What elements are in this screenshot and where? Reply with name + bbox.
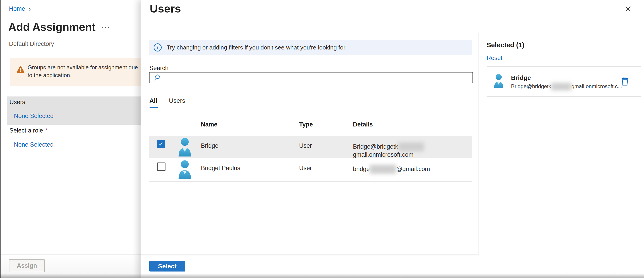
redacted-blur: [370, 165, 396, 174]
panel-footer: [140, 254, 478, 278]
reset-link[interactable]: Reset: [486, 55, 502, 62]
user-avatar-icon: [178, 137, 192, 157]
tab-all[interactable]: All: [149, 97, 158, 104]
table-row[interactable]: ✓ Bridge User Bridge@bridgetkgmail.onmic…: [149, 136, 472, 158]
breadcrumb: Home ›: [9, 5, 31, 12]
nav-role-label-text: Select a role: [10, 127, 43, 134]
email-suffix: @gmail.com: [396, 166, 430, 172]
nav-role-none-selected-link[interactable]: None Selected: [14, 141, 54, 148]
user-avatar-icon: [178, 159, 192, 179]
selected-user-avatar-icon: [492, 74, 505, 88]
nav-role-label: Select a role*: [10, 127, 48, 134]
page-subtitle: Default Directory: [9, 40, 54, 47]
row-name: Bridge: [201, 142, 218, 149]
chevron-right-icon: ›: [29, 6, 31, 12]
row-checkbox-checked[interactable]: ✓: [157, 140, 165, 148]
breadcrumb-home-link[interactable]: Home: [9, 5, 25, 12]
email-prefix: bridge: [353, 166, 370, 172]
row-type: User: [299, 165, 312, 172]
close-icon[interactable]: [623, 4, 633, 14]
info-icon: i: [154, 43, 162, 51]
selected-item-email: Bridge@bridgetkgmail.onmicrosoft.c...: [511, 83, 622, 90]
selected-pane-divider: [478, 33, 479, 254]
panel-title: Users: [150, 2, 181, 15]
active-tab-underline: [150, 107, 158, 108]
nav-users-selected-block[interactable]: [7, 97, 140, 125]
email-suffix: gmail.onmicrosoft.c...: [571, 83, 622, 89]
info-banner: i Try changing or adding filters if you …: [149, 40, 472, 55]
redacted-blur: [551, 83, 571, 90]
nav-users-label: Users: [10, 99, 25, 106]
info-banner-text: Try changing or adding filters if you do…: [166, 44, 347, 51]
warning-banner-text: Groups are not available for assignment …: [28, 64, 138, 79]
title-divider: [150, 33, 635, 33]
warning-banner: Groups are not available for assignment …: [10, 58, 140, 86]
row-details: bridge@gmail.com: [353, 165, 430, 174]
more-options-icon[interactable]: ⋯: [101, 22, 110, 32]
users-picker-panel: Users i Try changing or adding filters i…: [140, 0, 644, 278]
table-row[interactable]: Bridget Paulus User bridge@gmail.com: [149, 158, 472, 182]
email-prefix: Bridge@bridgetk: [511, 83, 551, 89]
row-type: User: [299, 142, 312, 149]
table-header-divider: [149, 131, 472, 132]
search-label: Search: [149, 65, 168, 72]
row-name: Bridget Paulus: [201, 165, 240, 172]
row-checkbox-unchecked[interactable]: [157, 162, 166, 171]
select-button[interactable]: Select: [149, 261, 185, 272]
search-input[interactable]: [149, 72, 473, 83]
selected-item-name: Bridge: [511, 74, 531, 81]
selected-header-divider: [486, 66, 641, 67]
column-header-name[interactable]: Name: [201, 121, 218, 128]
window-left-edge: [0, 0, 1, 278]
email-prefix: Bridge@bridgetk: [353, 143, 398, 150]
redacted-blur: [398, 142, 424, 151]
email-suffix: gmail.onmicrosoft.com: [353, 151, 414, 158]
warning-triangle-icon: [16, 66, 25, 73]
assign-button[interactable]: Assign: [9, 260, 45, 272]
row-details: Bridge@bridgetkgmail.onmicrosoft.com: [353, 142, 472, 158]
remove-selected-trash-icon[interactable]: [620, 76, 630, 87]
column-header-type[interactable]: Type: [299, 121, 313, 128]
nav-users-none-selected-link[interactable]: None Selected: [14, 113, 54, 120]
page-title: Add Assignment: [8, 21, 95, 34]
search-icon: [154, 74, 160, 81]
add-assignment-page: Home › Add Assignment ⋯ Default Director…: [0, 0, 644, 278]
tab-users[interactable]: Users: [169, 97, 185, 104]
selected-item-divider: [486, 96, 641, 97]
required-asterisk: *: [45, 127, 48, 134]
selected-count-header: Selected (1): [486, 41, 524, 49]
column-header-details[interactable]: Details: [353, 121, 373, 128]
